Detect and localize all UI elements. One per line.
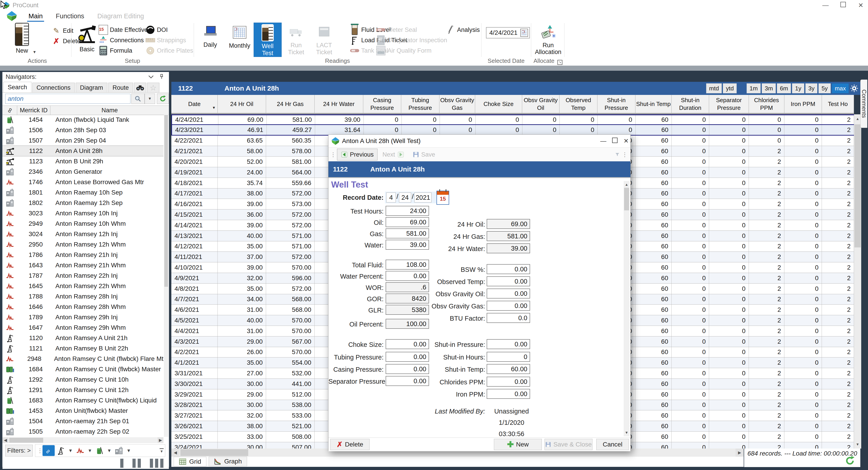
search-input[interactable] xyxy=(5,94,130,104)
field-input-gas[interactable]: 581.00 xyxy=(385,228,429,239)
date-effective-button[interactable]: 15 Date Effective xyxy=(98,25,148,35)
filter-derrick-dropdown-icon[interactable]: ▼ xyxy=(68,448,73,453)
column-header-casing-pressure[interactable]: Casing Pressure xyxy=(363,95,401,113)
nav-item-3023[interactable]: 3023Anton Ramsey 10h Inj xyxy=(2,208,163,219)
tab-search[interactable]: Search xyxy=(3,82,31,92)
new-button[interactable]: ✚ New xyxy=(494,439,542,450)
column-header-24-hr-oil[interactable]: 24 Hr Oil xyxy=(218,95,266,113)
field-input-water[interactable]: 39.00 xyxy=(385,240,429,250)
column-header-24-hr-gas[interactable]: 24 Hr Gas xyxy=(266,95,315,113)
column-header-shut-in-pressure[interactable]: Shut-in Pressure xyxy=(597,95,636,113)
field-input-separator-pressure[interactable]: 0.00 xyxy=(385,376,429,386)
field-input-casing-pressure[interactable]: 0.00 xyxy=(385,364,429,374)
comments-side-tab[interactable]: Comments xyxy=(860,80,867,128)
column-header-choke-size[interactable]: Choke Size xyxy=(475,95,522,113)
field-input-obsv-gravity-oil[interactable]: 0.00 xyxy=(487,288,530,299)
range-max-button[interactable]: max xyxy=(832,83,849,93)
delete-button[interactable]: ✗ Delete xyxy=(330,439,370,450)
field-input-choke-size[interactable]: 0.00 xyxy=(385,339,429,349)
range-1y-button[interactable]: 1y xyxy=(792,83,804,93)
previous-button[interactable]: Previous xyxy=(337,149,377,160)
tab-diagram[interactable]: Diagram xyxy=(76,83,107,92)
nav-item-2948[interactable]: 2948Anton Ramsey C Unit (flwbck) Flare M… xyxy=(2,354,163,364)
column-header-shut-in-duration[interactable]: Shut-in Duration xyxy=(672,95,709,113)
edit-button[interactable]: ✎ Edit xyxy=(52,26,73,36)
three-panel-button[interactable] xyxy=(150,459,163,468)
tab-functions[interactable]: Functions xyxy=(55,12,86,20)
two-panel-button[interactable] xyxy=(132,459,141,468)
nav-item-1292[interactable]: 1292Anton Ramsey C Unit 10h xyxy=(2,374,163,385)
field-input-bsw[interactable]: 0.00 xyxy=(487,264,530,274)
search-icon[interactable] xyxy=(131,94,145,104)
tab-route[interactable]: Route xyxy=(108,83,133,92)
filter-derrick-icon[interactable] xyxy=(55,445,67,456)
filter-tank-dropdown-icon[interactable]: ▼ xyxy=(107,448,112,453)
column-header-observed-temp[interactable]: Observed Temp xyxy=(559,95,597,113)
navigator-horizontal-scrollbar[interactable]: ◀▶ xyxy=(2,437,163,443)
allocate-launcher-icon[interactable]: ↘ xyxy=(557,60,562,65)
field-input-oil[interactable]: 69.00 xyxy=(385,217,429,227)
column-header-date[interactable]: Date▼ xyxy=(171,95,218,113)
nav-item-1507[interactable]: 1507Anton 29h Sep 04 xyxy=(2,135,163,146)
binoculars-icon[interactable] xyxy=(134,83,146,92)
nav-item-1122[interactable]: 1122Anton A Unit 28h xyxy=(2,146,163,156)
dialog-scrollbar[interactable]: ▲ ▼ xyxy=(624,181,629,436)
settings-gear-icon[interactable] xyxy=(850,84,859,93)
nav-item-2949[interactable]: 2949Anton Ramsey 10h Whm xyxy=(2,219,163,229)
nav-item-1646[interactable]: 1646Anton Ramsey 28h Whm xyxy=(2,302,163,312)
record-date-day-input[interactable]: 24 xyxy=(399,192,411,202)
range-ytd-button[interactable]: ytd xyxy=(723,83,737,93)
column-header-separator-pressure[interactable]: Separator Pressure xyxy=(709,95,749,113)
maximize-button[interactable] xyxy=(838,2,848,9)
filter-link-icon[interactable]: ∞ xyxy=(42,445,55,456)
nav-item-1504[interactable]: 1504Anton-raemay 21h Sep 01 xyxy=(2,416,163,427)
field-input-observed-temp[interactable]: 0.00 xyxy=(487,276,530,286)
nav-item-1505[interactable]: 1505Anton-raemay 22h Sep 02 xyxy=(2,427,163,437)
dialog-minimize-button[interactable]: — xyxy=(600,137,606,145)
nav-item-1788[interactable]: 1788Anton Ramsey 28h Inj xyxy=(2,291,163,302)
analysis-button[interactable]: Analysis xyxy=(446,25,480,35)
field-input-btu-factor[interactable]: 0.0 xyxy=(487,313,530,323)
nav-item-1802[interactable]: 1802Anton Raemay 12h Sep xyxy=(2,198,163,208)
column-header-obsv-gravity-oil[interactable]: Obsv Gravity Oil xyxy=(522,95,559,113)
field-input-iron-ppm[interactable]: 0.00 xyxy=(487,389,530,399)
range-3y-button[interactable]: 3y xyxy=(805,83,817,93)
grid-row-4-24-2021[interactable]: 4/24/202169.00581.0039.0000000006000002 xyxy=(171,114,854,125)
nav-item-2346[interactable]: 2346Anton Generator xyxy=(2,166,163,177)
tab-grid[interactable]: Grid xyxy=(174,457,206,466)
nav-item-1786[interactable]: 1786Anton Ramsey 21h Inj xyxy=(2,250,163,260)
grid-row-4-23-2021[interactable]: 4/23/202146.91459.2731.6400000006000002 xyxy=(171,125,854,135)
range-1m-button[interactable]: 1m xyxy=(747,83,761,93)
nav-item-1647[interactable]: 1647Anton Ramsey 29h Whm xyxy=(2,322,163,333)
column-header-test-ho[interactable]: Test Ho xyxy=(822,95,854,113)
formula-button[interactable]: Formula xyxy=(98,45,132,56)
field-input-shut-in-pressure[interactable]: 0.00 xyxy=(487,339,530,349)
nav-item-1123[interactable]: 1123Anton B Unit 29h xyxy=(2,156,163,166)
record-date-year-input[interactable]: 2021 xyxy=(414,192,432,202)
field-input-shut-in-temp[interactable]: 60.00 xyxy=(487,364,530,374)
column-name[interactable]: Name xyxy=(51,106,169,115)
dialog-close-button[interactable]: ✕ xyxy=(623,137,629,145)
field-input-test-hours[interactable]: 24:00 xyxy=(385,206,429,216)
nav-item-1746[interactable]: 1746Anton Lease Borrowed Gas Mtr xyxy=(2,177,163,187)
column-merrick-id[interactable]: Merrick ID xyxy=(17,106,51,115)
one-panel-button[interactable] xyxy=(120,459,123,468)
field-input-chlorides-ppm[interactable]: 0.00 xyxy=(487,377,530,387)
star-icon[interactable]: ☆ xyxy=(147,83,159,92)
filter-facility-icon[interactable] xyxy=(113,445,125,456)
nav-item-1684[interactable]: 1684Anton Ramsey C Unit (flwbck) Master xyxy=(2,364,163,374)
nav-item-1683[interactable]: 1683Anton Ramsey C Unit(flwbck) Liquid xyxy=(2,395,163,406)
toolbar-filter-dropdown-icon[interactable] xyxy=(615,152,620,157)
field-input-total-fluid[interactable]: 108.00 xyxy=(385,260,429,270)
column-header-obsv-gravity-gas[interactable]: Obsv Gravity Gas xyxy=(439,95,475,113)
nav-item-1789[interactable]: 1789Anton Ramsey 29h Inj xyxy=(2,312,163,322)
pin-icon[interactable] xyxy=(159,74,164,80)
minimize-button[interactable]: — xyxy=(820,2,831,9)
field-input-tubing-pressure[interactable]: 0.00 xyxy=(385,352,429,362)
range-5y-button[interactable]: 5y xyxy=(818,83,831,93)
nav-item-1506[interactable]: 1506Anton 28h Sep 03 xyxy=(2,125,163,135)
range-mtd-button[interactable]: mtd xyxy=(706,83,722,93)
procount-logo-icon[interactable] xyxy=(7,11,17,21)
search-options-dropdown-icon[interactable]: ▼ xyxy=(145,94,155,104)
new-button[interactable]: New ▼ xyxy=(6,23,38,57)
